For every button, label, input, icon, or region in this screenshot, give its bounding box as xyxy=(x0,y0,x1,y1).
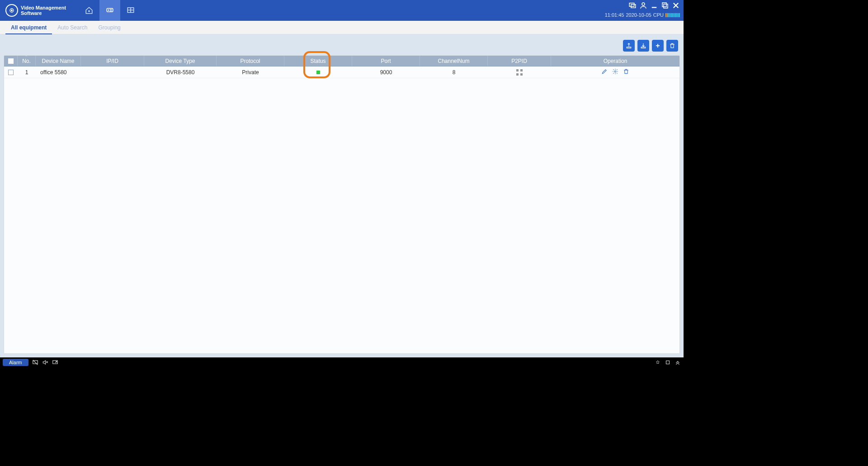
table-header-row: ⌃ No. Device Name IP/ID Device Type Prot… xyxy=(4,56,679,67)
header-device-name[interactable]: Device Name xyxy=(36,56,81,66)
nav-devices-button[interactable] xyxy=(99,0,120,21)
bottom-bar: Alarm xyxy=(0,357,684,367)
svg-rect-14 xyxy=(662,3,666,7)
status-line: 11:01:45 2020-10-05 CPU xyxy=(605,10,680,20)
svg-rect-3 xyxy=(107,9,113,12)
nav-icons xyxy=(79,0,141,21)
tab-all-equipment[interactable]: All equipment xyxy=(5,22,52,34)
minimize-icon[interactable] xyxy=(650,1,658,10)
svg-rect-19 xyxy=(641,47,645,48)
cell-device-type: DVR8-5580 xyxy=(144,67,217,78)
header-device-type[interactable]: Device Type xyxy=(144,56,217,66)
popup-icon[interactable] xyxy=(52,359,58,366)
svg-rect-15 xyxy=(664,4,668,8)
trash-icon[interactable] xyxy=(623,68,629,76)
svg-point-1 xyxy=(11,10,13,11)
nav-layout-button[interactable] xyxy=(120,0,141,21)
window-controls xyxy=(628,0,680,10)
delete-button[interactable] xyxy=(666,40,678,52)
cpu-label: CPU xyxy=(653,12,664,18)
settings-icon[interactable] xyxy=(612,68,618,76)
user-icon[interactable] xyxy=(639,1,647,10)
svg-point-4 xyxy=(108,10,109,11)
restore-icon[interactable] xyxy=(665,359,671,366)
content-area: ⌃ No. Device Name IP/ID Device Type Prot… xyxy=(0,34,684,357)
header-status[interactable]: Status xyxy=(284,56,352,66)
cell-p2pid xyxy=(488,67,551,78)
clock-date: 2020-10-05 xyxy=(626,12,651,18)
status-online-icon xyxy=(316,71,320,74)
clock-time: 11:01:45 xyxy=(605,12,624,18)
nav-home-button[interactable] xyxy=(79,0,99,21)
app-title: Video Management Software xyxy=(21,5,66,16)
close-icon[interactable] xyxy=(672,1,680,10)
titlebar: Video Management Software xyxy=(0,0,684,21)
svg-point-2 xyxy=(89,10,90,11)
header-checkbox[interactable] xyxy=(4,56,18,66)
maximize-icon[interactable] xyxy=(661,1,669,10)
app-logo-icon xyxy=(5,4,18,17)
cell-protocol: Private xyxy=(217,67,284,78)
header-channel-num[interactable]: ChannelNum xyxy=(420,56,488,66)
cpu-meter-icon xyxy=(665,13,680,17)
header-p2pid[interactable]: P2PID xyxy=(488,56,551,66)
monitor-off-icon[interactable] xyxy=(32,359,38,366)
table-row[interactable]: 1 office 5580 DVR8-5580 Private 9000 8 xyxy=(4,67,679,78)
collapse-up-icon[interactable] xyxy=(675,359,681,366)
svg-point-12 xyxy=(642,3,645,5)
header-port[interactable]: Port xyxy=(352,56,420,66)
header-protocol[interactable]: Protocol xyxy=(217,56,284,66)
tab-grouping[interactable]: Grouping xyxy=(93,22,126,34)
svg-point-22 xyxy=(614,71,616,72)
qr-icon[interactable] xyxy=(516,69,523,76)
cell-ip-id xyxy=(81,67,144,78)
header-operation[interactable]: Operation xyxy=(551,56,679,66)
add-button[interactable] xyxy=(652,40,664,52)
row-checkbox[interactable] xyxy=(4,67,18,78)
pin-icon[interactable] xyxy=(655,359,661,366)
app-logo-area: Video Management Software xyxy=(0,0,70,21)
sub-tabs: All equipmentAuto SearchGrouping xyxy=(0,21,684,34)
screens-icon[interactable] xyxy=(628,1,637,10)
edit-icon[interactable] xyxy=(601,68,608,76)
cell-operation xyxy=(551,67,679,78)
svg-rect-18 xyxy=(627,47,631,48)
tab-auto-search[interactable]: Auto Search xyxy=(52,22,93,34)
import-button[interactable] xyxy=(637,40,649,52)
header-no[interactable]: ⌃ No. xyxy=(18,56,36,66)
cell-channel-num: 8 xyxy=(420,67,488,78)
cell-no: 1 xyxy=(18,67,36,78)
alarm-button[interactable]: Alarm xyxy=(3,359,28,366)
header-ip-id[interactable]: IP/ID xyxy=(81,56,144,66)
svg-rect-28 xyxy=(666,361,670,364)
sound-mute-icon[interactable] xyxy=(42,359,48,366)
export-button[interactable] xyxy=(623,40,635,52)
cell-port: 9000 xyxy=(352,67,420,78)
device-table: ⌃ No. Device Name IP/ID Device Type Prot… xyxy=(4,55,680,354)
toolbar xyxy=(4,38,680,55)
cell-status xyxy=(284,67,352,78)
cell-device-name: office 5580 xyxy=(36,67,81,78)
